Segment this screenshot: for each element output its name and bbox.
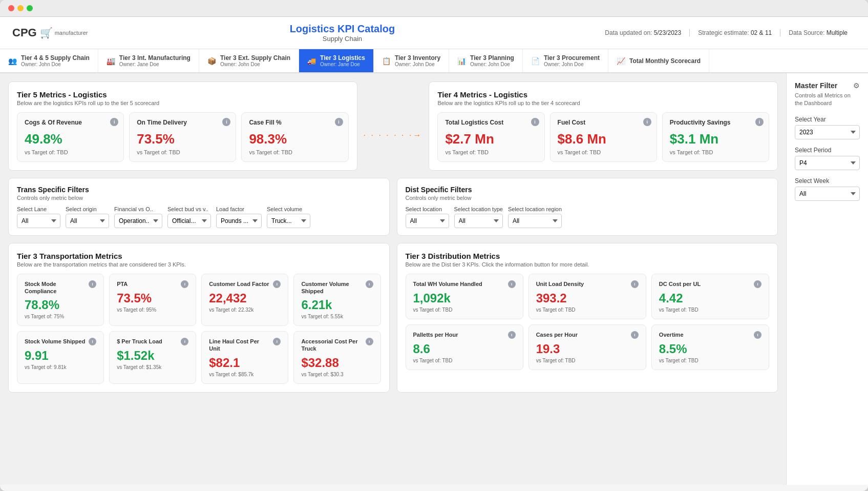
kpi-info-icon[interactable]: i [89,280,96,288]
close-button[interactable] [8,5,14,11]
nav-tab-totalmonthly[interactable]: 📈 Total Monthly Scorecard [608,49,709,72]
kpi-target: vs Target of: TBD [558,149,649,155]
filter-select[interactable]: All [17,214,60,228]
kpi-info-icon[interactable]: i [631,331,639,339]
period-filter-group: Select Period P4 P1 P2 P3 P5 [795,147,860,170]
kpi-info-icon[interactable]: i [89,338,96,345]
nav-tab-tier45[interactable]: 👥 Tier 4 & 5 Supply Chain Owner: John Do… [0,49,98,72]
kpi-info-icon[interactable]: i [181,280,188,288]
week-label: Select Week [795,177,860,185]
kpi-info-icon[interactable]: i [755,118,764,126]
filter-select[interactable]: Truck... [267,214,310,228]
kpi-value: $8.6 Mn [558,131,649,147]
filter-label: Select volume [267,206,310,212]
kpi-card: Stock Volume Shipped i 9.91 vs Target of… [17,331,104,384]
kpi-target: vs Target of: 22.32k [209,307,281,313]
kpi-title: On Time Delivery [137,119,228,127]
sidebar-title: Master Filter [795,81,837,90]
filter-settings-icon[interactable]: ⚙ [853,81,860,90]
kpi-info-icon[interactable]: i [273,338,281,345]
nav-tab-icon-tier3inv: 📋 [382,57,391,65]
tier5-kpi-row: Cogs & Of Revenue i 49.8% vs Target of: … [17,112,349,162]
kpi-info-icon[interactable]: i [531,118,539,126]
nav-tab-tier3proc[interactable]: 📄 Tier 3 Procurement Owner: John Doe [523,49,608,72]
trans-metrics: Tier 3 Transportation Metrics Below are … [8,243,390,393]
filter-select[interactable]: Operation.. [114,214,162,228]
kpi-info-icon[interactable]: i [754,280,761,288]
nav-tab-tier3log[interactable]: 🚚 Tier 3 Logistics Owner: Jane Doe [299,49,374,72]
kpi-target: vs Target of: 9.81k [25,364,96,370]
year-select[interactable]: 2023 2022 2021 [795,125,860,139]
nav-tab-name-tier3ext: Tier 3 Ext. Supply Chain [220,54,290,62]
filter-select[interactable]: All [66,214,109,228]
kpi-info-icon[interactable]: i [754,331,761,339]
minimize-button[interactable] [17,5,24,11]
kpi-target: vs Target of: TBD [536,358,639,363]
nav-tab-name-tier3proc: Tier 3 Procurement [544,54,600,62]
kpi-info-icon[interactable]: i [181,338,188,345]
kpi-card: DC Cost per UL i 4.42 vs Target of: TBD [651,274,769,319]
nav-tab-owner-tier3int: Owner: Jane Doe [119,62,190,67]
kpi-info-icon[interactable]: i [508,280,516,288]
nav-tab-name-totalmonthly: Total Monthly Scorecard [629,57,701,65]
nav-tab-icon-tier3plan: 📊 [457,57,466,65]
kpi-info-icon[interactable]: i [366,338,373,345]
kpi-title: Stock Volume Shipped [25,338,87,345]
sidebar: Master Filter ⚙ Controls all Metrics on … [786,73,868,485]
nav-tab-tier3plan[interactable]: 📊 Tier 3 Planning Owner: John Doe [449,49,523,72]
kpi-info-icon[interactable]: i [631,280,639,288]
kpi-card: Cases per Hour i 19.3 vs Target of: TBD [528,324,646,370]
maximize-button[interactable] [27,5,33,11]
filter-select[interactable]: All [406,214,449,228]
tier4-section: Tier 4 Metrics - Logistics Below are the… [429,81,778,171]
nav-tab-icon-tier3int: 🏭 [107,57,115,65]
filter-select[interactable]: All [508,214,562,228]
filter-group: Select bud vs v.. Official... [167,206,211,228]
nav-tab-tier3inv[interactable]: 📋 Tier 3 Inventory Owner: John Doe [374,49,449,72]
kpi-target: vs Target of: $1.35k [117,364,188,370]
kpi-title: Total WH Volume Handled [413,280,506,288]
nav-tab-name-tier3inv: Tier 3 Inventory [395,54,440,62]
tier-top-row: Tier 5 Metrics - Logistics Below are the… [8,81,778,171]
kpi-value: 4.42 [659,291,761,305]
filters-row: Trans Specific Filters Controls only met… [8,178,778,236]
kpi-value: 98.3% [249,131,341,147]
kpi-info-icon[interactable]: i [110,118,118,126]
filter-group: Load factor Pounds ... [216,206,262,228]
period-select[interactable]: P4 P1 P2 P3 P5 [795,156,860,170]
kpi-info-icon[interactable]: i [222,118,230,126]
kpi-value: 22,432 [209,291,281,305]
nav-tab-tier3int[interactable]: 🏭 Tier 3 Int. Manufacturing Owner: Jane … [98,49,199,72]
kpi-info-icon[interactable]: i [366,280,373,288]
nav-tab-icon-totalmonthly: 📈 [617,57,625,65]
main-layout: Tier 5 Metrics - Logistics Below are the… [0,73,868,485]
week-select[interactable]: All W1 W2 W3 W4 [795,187,860,201]
kpi-info-icon[interactable]: i [508,331,516,339]
tier4-kpi-row: Total Logistics Cost i $2.7 Mn vs Target… [437,112,769,162]
header-title-area: Logistics KPI Catalog Supply Chain [88,23,597,43]
kpi-info-icon[interactable]: i [273,280,281,288]
nav-tab-name-tier3int: Tier 3 Int. Manufacturing [119,54,190,62]
kpi-card: Overtime i 8.5% vs Target of: TBD [651,324,769,370]
tier5-section: Tier 5 Metrics - Logistics Below are the… [8,81,357,171]
logo-sub: manufacturer [55,30,88,36]
kpi-card: Total Logistics Cost i $2.7 Mn vs Target… [437,112,544,162]
nav-tab-tier3ext[interactable]: 📦 Tier 3 Ext. Supply Chain Owner: John D… [199,49,299,72]
kpi-target: vs Target of: 75% [25,314,96,319]
kpi-target: vs Target of: TBD [137,149,228,155]
kpi-target: vs Target of: TBD [25,149,116,155]
nav-tab-icon-tier3ext: 📦 [207,57,216,65]
kpi-target: vs Target of: TBD [249,149,341,155]
filter-select[interactable]: Official... [167,214,211,228]
kpi-target: vs Target of: TBD [536,307,639,313]
dist-filters: Dist Specific Filters Controls only metr… [397,178,778,236]
filter-select[interactable]: All [454,214,503,228]
metrics-bottom-row: Tier 3 Transportation Metrics Below are … [8,243,778,393]
filter-group: Select location type All [454,206,503,228]
filter-select[interactable]: Pounds ... [216,214,262,228]
filter-label: Select location type [454,206,503,212]
kpi-title: Total Logistics Cost [445,119,537,127]
kpi-card: Unit Load Density i 393.2 vs Target of: … [528,274,646,319]
kpi-info-icon[interactable]: i [335,118,343,126]
kpi-info-icon[interactable]: i [643,118,651,126]
